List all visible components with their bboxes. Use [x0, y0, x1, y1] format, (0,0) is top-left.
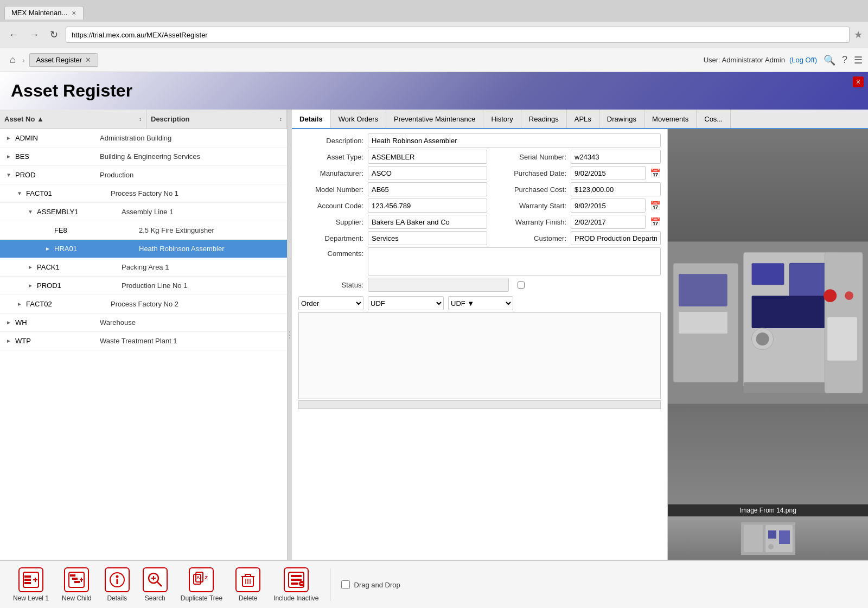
desc-col-header[interactable]: Description ↕ [146, 110, 287, 129]
tree-arrow-hra01[interactable]: ► [43, 246, 52, 252]
tab-movements[interactable]: Movements [644, 110, 697, 128]
tree-arrow-fact01[interactable]: ▼ [15, 190, 24, 196]
asset-type-input[interactable] [368, 150, 487, 164]
tree-row-fe8[interactable]: ► FE8 2.5 Kg Fire Extinguisher [0, 221, 287, 240]
svg-rect-18 [768, 530, 776, 539]
menu-icon[interactable]: ☰ [854, 54, 863, 66]
tree-arrow-admin[interactable]: ► [4, 135, 13, 141]
manufacturer-input[interactable] [368, 166, 487, 180]
back-button[interactable]: ← [5, 27, 22, 43]
status-row: Status: [298, 278, 661, 292]
tab-pm[interactable]: Preventative Maintenance [386, 110, 483, 128]
header-icons: 🔍 ? ☰ [824, 54, 863, 66]
account-code-input[interactable] [368, 199, 487, 213]
asset-register-tab[interactable]: Asset Register ✕ [29, 53, 99, 67]
tab-apls[interactable]: APLs [567, 110, 599, 128]
svg-rect-22 [24, 575, 31, 578]
tab-workorders[interactable]: Work Orders [331, 110, 386, 128]
supplier-input[interactable] [368, 215, 487, 229]
customer-input[interactable] [571, 231, 661, 245]
drag-drop-checkbox[interactable] [341, 580, 350, 589]
tree-row-fact02[interactable]: ► FACT02 Process Factory No 2 [0, 295, 287, 313]
include-inactive-svg [288, 571, 305, 588]
new-child-button[interactable]: New Child [58, 565, 96, 604]
asset-col-header[interactable]: Asset No ▲ ↕ [0, 110, 146, 129]
tab-details[interactable]: Details [292, 110, 331, 129]
udf-select[interactable]: UDF [368, 296, 444, 310]
tab-readings[interactable]: Readings [521, 110, 567, 128]
tree-arrow-prod[interactable]: ▼ [4, 172, 13, 178]
tree-row-wh[interactable]: ► WH Warehouse [0, 313, 287, 332]
purchased-cost-input[interactable] [571, 182, 661, 196]
details-button[interactable]: Details [100, 565, 134, 604]
duplicate-button[interactable]: A→Z Duplicate Tree [176, 565, 227, 604]
svg-rect-19 [779, 530, 790, 544]
tree-arrow-assembly1[interactable]: ▼ [26, 209, 35, 215]
tab-drawings[interactable]: Drawings [599, 110, 644, 128]
refresh-button[interactable]: ↻ [47, 27, 61, 43]
tree-row-admin[interactable]: ► ADMIN Administration Building [0, 129, 287, 148]
delete-button[interactable]: Delete [231, 565, 265, 604]
purchased-date-input[interactable] [571, 166, 646, 180]
svg-line-37 [157, 582, 162, 586]
warranty-finish-input[interactable] [571, 215, 646, 229]
status-checkbox[interactable] [518, 281, 525, 289]
tab-costs[interactable]: Cos... [697, 110, 731, 128]
tree-arrow-fact02[interactable]: ► [15, 301, 24, 307]
tree-arrow-wtp[interactable]: ► [4, 338, 13, 344]
search-icon[interactable]: 🔍 [824, 54, 835, 66]
svg-rect-28 [70, 574, 75, 577]
browser-tab[interactable]: MEX Maintenan... × [4, 6, 84, 20]
new-level-button[interactable]: New Level 1 [9, 565, 53, 604]
warranty-finish-calendar[interactable]: 📅 [650, 217, 661, 227]
model-number-input[interactable] [368, 182, 487, 196]
description-input[interactable] [368, 133, 661, 148]
tree-arrow-prod1[interactable]: ► [26, 283, 35, 289]
app-tab-close[interactable]: ✕ [85, 56, 91, 64]
log-off-link[interactable]: (Log Off) [789, 56, 817, 64]
include-inactive-button[interactable]: Include Inactive [269, 565, 323, 604]
search-button[interactable]: Search [138, 565, 172, 604]
page-header: Asset Register × [0, 72, 868, 110]
new-child-icon [64, 567, 89, 592]
tree-row-fact01[interactable]: ▼ FACT01 Process Factory No 1 [0, 184, 287, 203]
svg-rect-2 [679, 274, 727, 306]
tree-arrow-pack1[interactable]: ► [26, 264, 35, 270]
tree-arrow-wh[interactable]: ► [4, 319, 13, 325]
tree-row-prod1[interactable]: ► PROD1 Production Line No 1 [0, 277, 287, 295]
image-thumbnail[interactable] [668, 516, 868, 560]
home-button[interactable]: ⌂ [5, 52, 20, 68]
forward-button[interactable]: → [26, 27, 42, 43]
tree-row-hra01[interactable]: ► HRA01 Heath Robinson Assembler [0, 240, 287, 258]
order-select[interactable]: Order [298, 296, 363, 310]
tree-row-bes[interactable]: ► BES Building & Engineering Services [0, 148, 287, 166]
tree-code-hra01: HRA01 [52, 245, 139, 253]
comments-textarea[interactable] [368, 247, 661, 276]
purchased-date-calendar[interactable]: 📅 [650, 168, 661, 178]
bottom-toolbar: New Level 1 New Child [0, 560, 868, 608]
thumbnail-svg [741, 522, 795, 555]
description-label: Description: [298, 137, 363, 145]
tree-row-assembly1[interactable]: ▼ ASSEMBLY1 Assembly Line 1 [0, 203, 287, 221]
new-level-icon [18, 567, 43, 592]
tab-close-btn[interactable]: × [72, 9, 76, 17]
tree-arrow-bes[interactable]: ► [4, 153, 13, 159]
delete-svg [239, 571, 257, 588]
help-icon[interactable]: ? [842, 54, 847, 66]
status-input[interactable] [368, 278, 509, 292]
tree-splitter[interactable] [288, 110, 292, 560]
tree-row-pack1[interactable]: ► PACK1 Packing Area 1 [0, 258, 287, 277]
udf2-select[interactable]: UDF ▼ [448, 296, 513, 310]
page-close-button[interactable]: × [853, 76, 864, 87]
tab-history[interactable]: History [483, 110, 521, 128]
serial-number-input[interactable] [571, 150, 661, 164]
warranty-start-input[interactable] [571, 199, 646, 213]
warranty-finish-label: Warranty Finish: [496, 218, 566, 226]
warranty-start-calendar[interactable]: 📅 [650, 201, 661, 211]
tree-row-prod[interactable]: ▼ PROD Production [0, 166, 287, 184]
bookmark-button[interactable]: ★ [854, 29, 863, 41]
address-bar[interactable] [66, 27, 850, 43]
department-input[interactable] [368, 231, 487, 245]
horizontal-scrollbar[interactable] [298, 400, 661, 409]
tree-row-wtp[interactable]: ► WTP Waste Treatment Plant 1 [0, 332, 287, 350]
